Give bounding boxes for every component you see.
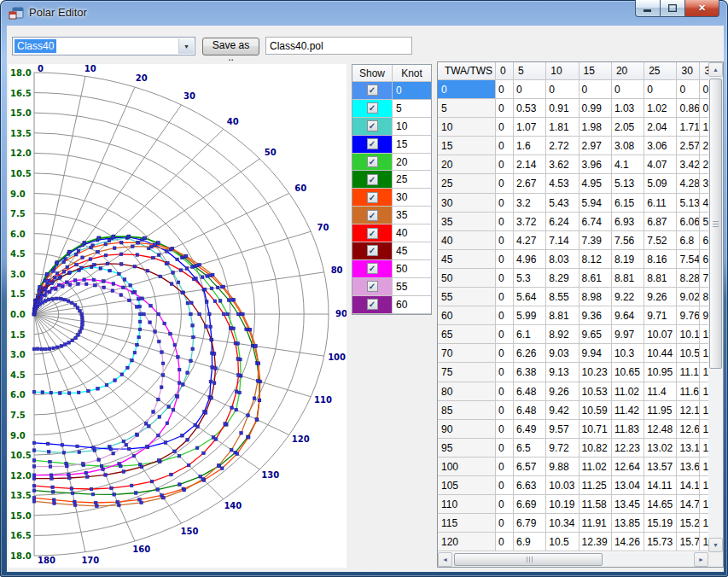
speed-cell[interactable]: 0.53: [514, 99, 546, 118]
data-point-marker[interactable]: [134, 492, 137, 495]
speed-cell[interactable]: 13.69: [677, 458, 700, 476]
show-series-checkbox[interactable]: ✓: [367, 299, 378, 310]
speed-cell[interactable]: 14.65: [644, 495, 677, 514]
speed-cell[interactable]: 10.53: [579, 382, 612, 401]
speed-cell[interactable]: 9.94: [579, 344, 612, 363]
data-point-marker[interactable]: [218, 300, 222, 303]
data-point-marker[interactable]: [166, 422, 169, 425]
data-point-marker[interactable]: [50, 474, 53, 477]
data-point-marker[interactable]: [119, 241, 123, 244]
data-point-marker[interactable]: [89, 258, 92, 261]
data-point-marker[interactable]: [178, 368, 181, 371]
data-point-marker[interactable]: [32, 489, 36, 492]
speed-cell[interactable]: 0: [677, 80, 700, 99]
data-point-marker[interactable]: [83, 242, 86, 245]
scroll-left-icon[interactable]: ◄: [438, 552, 452, 567]
data-point-marker[interactable]: [182, 383, 185, 387]
data-point-marker[interactable]: [167, 405, 171, 409]
data-point-marker[interactable]: [94, 501, 97, 504]
data-point-marker[interactable]: [44, 288, 47, 291]
row-header-twa-75[interactable]: 75: [438, 363, 496, 382]
speed-cell[interactable]: 0: [496, 495, 514, 514]
speed-cell[interactable]: 0: [496, 137, 514, 155]
data-point-marker[interactable]: [242, 312, 245, 316]
data-point-marker[interactable]: [62, 260, 66, 264]
data-point-marker[interactable]: [61, 285, 65, 288]
data-point-marker[interactable]: [96, 250, 100, 254]
scroll-up-icon[interactable]: ▲: [708, 62, 723, 77]
polar-chart[interactable]: 0102030405060708090100110120130140150160…: [9, 64, 347, 568]
data-point-marker[interactable]: [237, 374, 241, 377]
data-point-marker[interactable]: [195, 446, 199, 450]
data-point-marker[interactable]: [232, 327, 236, 330]
data-point-marker[interactable]: [45, 273, 49, 277]
data-point-marker[interactable]: [257, 362, 260, 365]
close-button[interactable]: ✕: [684, 0, 719, 17]
data-point-marker[interactable]: [112, 283, 115, 286]
show-series-checkbox[interactable]: ✓: [367, 281, 378, 292]
speed-cell[interactable]: 1.02: [644, 99, 677, 118]
data-point-marker[interactable]: [169, 332, 172, 335]
data-point-marker[interactable]: [44, 347, 48, 351]
data-point-marker[interactable]: [213, 382, 216, 385]
speed-cell[interactable]: 0: [496, 533, 514, 551]
legend-row[interactable]: ✓35: [352, 207, 431, 224]
data-point-marker[interactable]: [116, 500, 119, 504]
data-point-marker[interactable]: [70, 301, 73, 305]
speed-cell[interactable]: 5.1: [700, 213, 708, 231]
speed-cell[interactable]: 5.99: [514, 306, 546, 325]
speed-cell[interactable]: 9.02: [677, 288, 700, 306]
data-point-marker[interactable]: [80, 312, 84, 316]
data-point-marker[interactable]: [132, 454, 136, 458]
data-point-marker[interactable]: [118, 504, 121, 507]
data-point-marker[interactable]: [130, 484, 133, 487]
data-point-marker[interactable]: [201, 478, 205, 481]
data-point-marker[interactable]: [184, 254, 188, 258]
data-point-marker[interactable]: [102, 280, 106, 283]
data-point-marker[interactable]: [39, 298, 43, 301]
data-point-marker[interactable]: [214, 367, 218, 370]
speed-cell[interactable]: 0: [579, 80, 612, 99]
data-point-marker[interactable]: [119, 253, 123, 256]
legend-row[interactable]: ✓50: [352, 260, 431, 278]
speed-cell[interactable]: 6.87: [644, 213, 677, 231]
data-point-marker[interactable]: [203, 288, 207, 291]
data-point-marker[interactable]: [62, 452, 66, 455]
speed-cell[interactable]: 6.38: [514, 363, 546, 382]
data-point-marker[interactable]: [77, 334, 80, 337]
speed-cell[interactable]: 9.97: [612, 325, 644, 344]
data-point-marker[interactable]: [238, 391, 242, 394]
speed-cell[interactable]: 2.72: [546, 137, 579, 155]
polar-curve-25kt[interactable]: [34, 236, 259, 494]
knot-value-cell[interactable]: 45: [393, 242, 431, 259]
speed-cell[interactable]: 9.57: [546, 420, 579, 439]
data-point-marker[interactable]: [110, 487, 114, 490]
speed-cell[interactable]: 0: [514, 80, 546, 99]
data-point-marker[interactable]: [214, 438, 218, 441]
speed-cell[interactable]: 3.72: [514, 213, 546, 231]
data-point-marker[interactable]: [185, 267, 189, 271]
speed-cell[interactable]: 10.3: [612, 344, 644, 363]
data-point-marker[interactable]: [64, 343, 67, 347]
horizontal-scrollbar[interactable]: ◄ ►: [438, 552, 708, 567]
data-point-marker[interactable]: [236, 358, 240, 361]
row-header-twa-55[interactable]: 55: [438, 288, 496, 306]
data-point-marker[interactable]: [186, 371, 189, 375]
show-series-checkbox[interactable]: ✓: [367, 102, 378, 114]
data-point-marker[interactable]: [112, 452, 115, 455]
speed-cell[interactable]: 0: [546, 80, 579, 99]
speed-cell[interactable]: 6.69: [514, 495, 546, 514]
data-point-marker[interactable]: [32, 347, 36, 351]
data-point-marker[interactable]: [126, 366, 130, 370]
data-point-marker[interactable]: [51, 491, 55, 494]
speed-cell[interactable]: 6.9: [700, 250, 708, 269]
data-point-marker[interactable]: [173, 343, 177, 347]
polar-curve-10kt[interactable]: [34, 238, 194, 453]
speed-cell[interactable]: 7.8: [700, 269, 708, 288]
minimize-button[interactable]: [635, 0, 661, 17]
data-point-marker[interactable]: [47, 451, 50, 454]
data-point-marker[interactable]: [32, 477, 36, 481]
speed-cell[interactable]: 2.67: [514, 174, 546, 193]
data-point-marker[interactable]: [92, 446, 96, 450]
speed-cell[interactable]: 4.53: [546, 174, 579, 193]
